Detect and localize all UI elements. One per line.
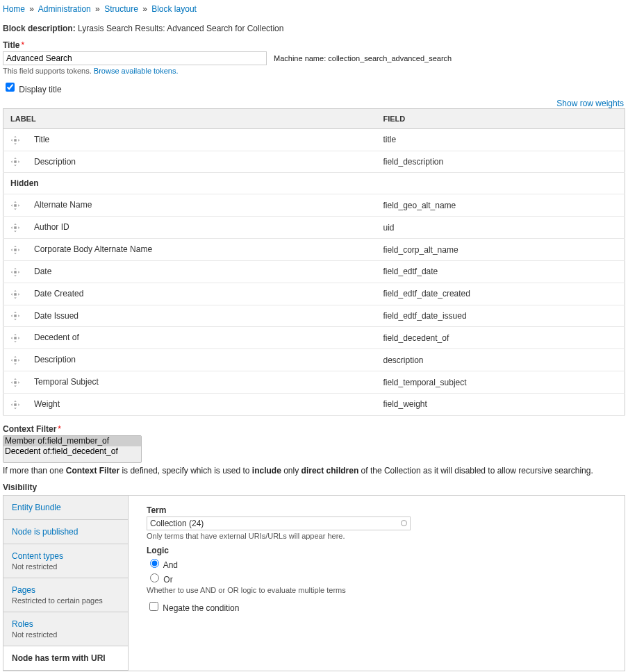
drag-handle-icon[interactable] <box>10 201 20 210</box>
tab-title: Node has term with URI <box>12 653 119 663</box>
block-description-label: Block description: <box>3 24 76 33</box>
display-title-checkbox[interactable] <box>6 83 15 92</box>
visibility-tab[interactable]: PagesRestricted to certain pages <box>3 578 128 612</box>
field-machine-cell: field_geo_alt_name <box>377 194 625 217</box>
spinner-icon <box>401 520 407 526</box>
breadcrumb-sep: » <box>27 4 36 14</box>
table-row: Decedent offield_decedent_of <box>3 327 625 349</box>
drag-handle-icon[interactable] <box>10 135 20 145</box>
visibility-tab[interactable]: RolesNot restricted <box>3 612 128 646</box>
term-label: Term <box>147 505 606 515</box>
visibility-tab[interactable]: Content typesNot restricted <box>3 544 128 578</box>
logic-or-label: Or <box>163 575 172 585</box>
table-row: Titletitle <box>3 128 625 151</box>
tab-title: Content types <box>12 551 119 561</box>
field-machine-cell: field_decedent_of <box>377 327 625 349</box>
drag-handle-icon[interactable] <box>10 378 20 387</box>
logic-and-radio[interactable] <box>150 559 159 568</box>
show-row-weights-link[interactable]: Show row weights <box>556 99 624 108</box>
field-machine-cell: field_edtf_date_issued <box>377 305 625 327</box>
field-label-cell: Weight <box>24 399 60 409</box>
field-machine-cell: field_temporal_subject <box>377 371 625 394</box>
table-row: Temporal Subjectfield_temporal_subject <box>3 371 625 394</box>
context-filter-select[interactable]: Member of:field_member_ofDecedent of:fie… <box>3 435 142 463</box>
field-machine-cell: field_edtf_date <box>377 260 625 283</box>
breadcrumb-admin[interactable]: Administration <box>38 4 91 14</box>
logic-label: Logic <box>147 546 606 555</box>
drag-handle-icon[interactable] <box>10 289 20 299</box>
tab-subtitle: Restricted to certain pages <box>12 596 119 605</box>
drag-handle-icon[interactable] <box>10 333 20 343</box>
field-label-cell: Decedent of <box>24 333 79 342</box>
machine-name: Machine name: collection_search_advanced… <box>272 54 452 62</box>
th-label: LABEL <box>3 108 377 128</box>
field-label-cell: Alternate Name <box>24 200 92 210</box>
field-machine-cell: description <box>377 349 625 371</box>
logic-or-radio[interactable] <box>150 573 159 582</box>
table-row: Date Issuedfield_edtf_date_issued <box>3 305 625 327</box>
drag-handle-icon[interactable] <box>10 245 20 255</box>
visibility-tab[interactable]: Node has term with URI <box>3 646 128 671</box>
context-filter-label: Context Filter* <box>3 424 625 434</box>
table-row: Date Createdfield_edtf_date_created <box>3 283 625 305</box>
title-input[interactable] <box>3 51 267 65</box>
field-machine-cell: uid <box>377 217 625 239</box>
drag-handle-icon[interactable] <box>10 355 20 365</box>
breadcrumb-home[interactable]: Home <box>3 4 25 14</box>
title-label: Title* <box>3 40 625 50</box>
tab-title: Roles <box>12 619 119 629</box>
table-row: Weightfield_weight <box>3 393 625 415</box>
context-filter-help: If more than one Context Filter is defin… <box>3 466 625 476</box>
drag-handle-icon[interactable] <box>10 400 20 410</box>
title-helptext: This field supports tokens. Browse avail… <box>3 67 625 75</box>
table-row: Corporate Body Alternate Namefield_corp_… <box>3 239 625 261</box>
tab-title: Entity Bundle <box>12 503 119 512</box>
field-label-cell: Title <box>24 135 49 144</box>
fields-table: LABEL FIELD TitletitleDescriptionfield_d… <box>3 108 625 416</box>
field-label-cell: Date Issued <box>24 311 78 321</box>
table-row: Descriptiondescription <box>3 349 625 371</box>
table-row: Datefield_edtf_date <box>3 260 625 283</box>
term-select[interactable]: Collection (24) <box>147 516 411 530</box>
logic-help: Whether to use AND or OR logic to evalua… <box>147 586 606 594</box>
display-title-label: Display title <box>19 85 61 94</box>
logic-and-label: And <box>163 560 178 570</box>
drag-handle-icon[interactable] <box>10 157 20 167</box>
negate-label: Negate the condition <box>163 603 239 613</box>
field-machine-cell: title <box>377 128 625 151</box>
field-label-cell: Description <box>24 157 76 167</box>
table-row: Alternate Namefield_geo_alt_name <box>3 194 625 217</box>
term-select-value: Collection (24) <box>150 519 204 528</box>
visibility-tabs: Entity BundleNode is publishedContent ty… <box>3 495 625 671</box>
tab-subtitle: Not restricted <box>12 562 119 571</box>
field-label-cell: Date <box>24 267 51 276</box>
field-machine-cell: field_edtf_date_created <box>377 283 625 305</box>
browse-tokens-link[interactable]: Browse available tokens. <box>94 67 179 75</box>
block-description-value: Lyrasis Search Results: Advanced Search … <box>78 24 283 33</box>
drag-handle-icon[interactable] <box>10 267 20 277</box>
table-row: Descriptionfield_description <box>3 151 625 173</box>
breadcrumb-block-layout[interactable]: Block layout <box>151 4 197 14</box>
section-hidden-row: Hidden <box>3 173 625 194</box>
block-description: Block description: Lyrasis Search Result… <box>3 24 625 33</box>
tab-title: Node is published <box>12 527 119 537</box>
tab-title: Pages <box>12 585 119 595</box>
field-machine-cell: field_description <box>377 151 625 173</box>
visibility-tab[interactable]: Node is published <box>3 520 128 544</box>
field-label-cell: Corporate Body Alternate Name <box>24 244 152 254</box>
th-field: FIELD <box>377 108 625 128</box>
visibility-tab[interactable]: Entity Bundle <box>3 496 128 520</box>
term-help: Only terms that have external URIs/URLs … <box>147 532 606 540</box>
breadcrumb-structure[interactable]: Structure <box>104 4 138 14</box>
breadcrumb-sep: » <box>140 4 149 14</box>
field-label-cell: Temporal Subject <box>24 377 99 387</box>
visibility-label: Visibility <box>3 482 625 492</box>
field-machine-cell: field_corp_alt_name <box>377 239 625 261</box>
field-label-cell: Author ID <box>24 222 69 232</box>
drag-handle-icon[interactable] <box>10 223 20 233</box>
drag-handle-icon[interactable] <box>10 311 20 321</box>
field-label-cell: Description <box>24 355 76 364</box>
table-row: Author IDuid <box>3 217 625 239</box>
negate-checkbox[interactable] <box>149 602 158 611</box>
tab-subtitle: Not restricted <box>12 630 119 639</box>
